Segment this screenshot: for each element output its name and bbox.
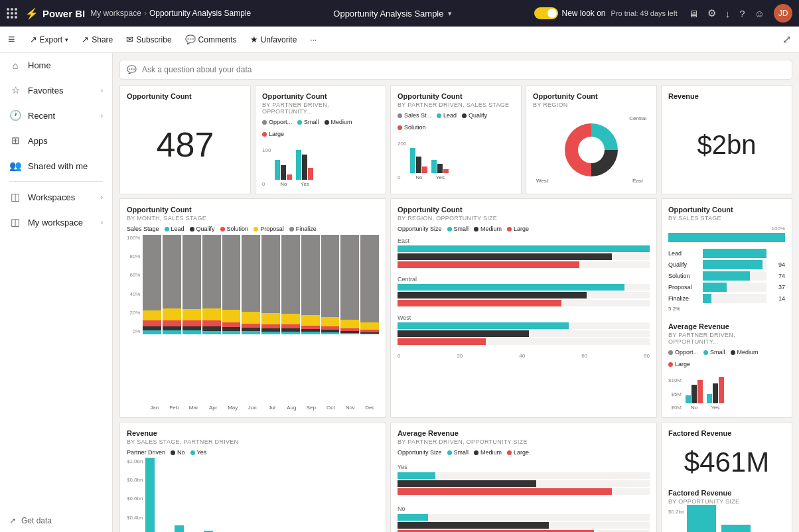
topbar-icons: 🖥 ⚙ ↓ ? ☺ JD (688, 4, 792, 23)
expand-icon[interactable]: ⤢ (782, 33, 791, 46)
chevron-down-icon[interactable]: ▾ (448, 9, 452, 18)
factored-medium: Medium (721, 525, 751, 532)
home-icon: ⌂ (9, 60, 21, 71)
avg-rev-yes-small (398, 472, 435, 479)
bar-dec (360, 235, 379, 334)
card-revenue[interactable]: Revenue $2bn (661, 85, 792, 194)
hbar-west-small-bg (398, 322, 650, 329)
stage-lead: Lead (668, 249, 785, 258)
card-avg-rev-size-title: Average Revenue (398, 429, 650, 437)
get-data-icon: ↗ (9, 516, 16, 525)
new-look-toggle[interactable]: New look on (534, 7, 606, 19)
more-button[interactable]: ··· (303, 27, 323, 53)
card-opp-count-title: Opportunity Count (127, 92, 244, 100)
export-button[interactable]: ↗ Export ▾ (23, 27, 76, 53)
factored-rev-value: $461M (668, 438, 785, 486)
hbar-group-west: West (398, 314, 650, 345)
sidebar-item-shared[interactable]: 👥 Shared with me (0, 153, 112, 178)
card-rev-sales-stage[interactable]: Revenue BY SALES STAGE, PARTNER DRIVEN P… (119, 422, 386, 532)
opp-month-legend: Sales Stage Lead Qualify Solution Propos… (127, 226, 379, 232)
shared-icon: 👥 (9, 160, 21, 172)
favorites-arrow: › (101, 87, 103, 94)
share-button[interactable]: ↗ Share (75, 27, 119, 53)
hbar-group-central: Central (398, 276, 650, 306)
card-opp-stage[interactable]: Opportunity Count BY PARTNER DRIVEN, SAL… (390, 85, 522, 194)
workspace-link[interactable]: My workspace (90, 9, 141, 18)
unfavorite-button[interactable]: ★ Unfavorite (244, 27, 304, 53)
month-jul: Jul (263, 405, 281, 411)
monitor-icon[interactable]: 🖥 (688, 8, 698, 19)
stage-solution-label: Solution (668, 273, 700, 279)
card-opp-partner[interactable]: Opportunity Count BY PARTNER DRIVEN, OPP… (255, 85, 386, 194)
stage-qualify-val: 94 (769, 261, 785, 268)
chart-area-partner: 1000 No (262, 140, 379, 187)
factored-medium-bar (721, 525, 751, 532)
center-title: Opportunity Analysis Sample (333, 9, 443, 19)
card-opp-partner-title: Opportunity Count (262, 92, 379, 100)
export-icon: ↗ (30, 34, 37, 44)
month-aug: Aug (283, 405, 301, 411)
bar-may (222, 235, 241, 334)
main-layout: ⌂ Home ☆ Favorites › 🕐 Recent › ⊞ Apps 👥… (0, 53, 799, 532)
sidebar-item-recent[interactable]: 🕐 Recent › (0, 103, 112, 128)
help-icon[interactable]: ? (739, 8, 745, 19)
bar-feb (163, 235, 181, 334)
sidebar-item-myworkspace[interactable]: ◫ My workspace › (0, 210, 112, 235)
legend-large: Large (262, 131, 284, 137)
hbar-central-large (398, 300, 561, 306)
comments-button[interactable]: 💬 Comments (179, 27, 244, 53)
toggle-dot (547, 9, 557, 18)
card-opp-month[interactable]: Opportunity Count BY MONTH, SALES STAGE … (119, 198, 386, 418)
stage-qualify: Qualify 94 (668, 260, 785, 269)
avg-revenue-title: Average Revenue (668, 322, 785, 330)
hbar-central-large-bg (398, 300, 650, 306)
get-data-button[interactable]: ↗ Get data (0, 509, 112, 532)
sidebar-item-apps[interactable]: ⊞ Apps (0, 128, 112, 153)
download-icon[interactable]: ↓ (725, 8, 731, 19)
rev-stage-legend: Partner Driven No Yes (127, 449, 379, 456)
card-opp-stage-legend: Sales St... Lead Qualify Solution (398, 112, 514, 131)
avg-rev-no-medium (398, 522, 549, 529)
settings-icon[interactable]: ⚙ (707, 7, 716, 19)
qa-bar[interactable]: 💬 (119, 60, 792, 80)
avg-rev-yes-group: Yes (398, 464, 650, 495)
sidebar-item-home[interactable]: ⌂ Home (0, 53, 112, 78)
card-opp-count-value: 487 (127, 101, 244, 187)
stage-rows: Lead Qualify 94 Solution (668, 249, 785, 303)
topbar: ⚡ Power BI My workspace › Opportunity An… (0, 0, 799, 27)
card-factored-rev[interactable]: Factored Revenue $461M Factored Revenue … (661, 422, 792, 532)
card-rev-sales-stage-subtitle: BY SALES STAGE, PARTNER DRIVEN (127, 438, 379, 445)
workspaces-icon: ◫ (9, 191, 21, 203)
app-logo[interactable]: ⚡ Power BI (25, 7, 85, 20)
card-avg-rev-size[interactable]: Average Revenue BY PARTNER DRIVEN, OPPOR… (390, 422, 657, 532)
toggle-pill[interactable] (534, 7, 558, 19)
hbar-chart-region: East (398, 237, 650, 411)
avg-rev-yes-small-bg (398, 472, 650, 479)
user-avatar[interactable]: JD (774, 4, 792, 23)
card-opp-region[interactable]: Opportunity Count BY REGION Central West (526, 85, 657, 194)
stage-solution-bar-bg (703, 271, 766, 281)
rev-bar-qualify: Qualify (175, 458, 194, 532)
bar-groups: No Yes (275, 140, 379, 187)
subscribe-button[interactable]: ✉ Subscribe (119, 27, 178, 53)
sidebar-item-workspaces[interactable]: ◫ Workspaces › (0, 184, 112, 210)
avg-rev-no: No (686, 370, 703, 411)
stage-finalize-label: Finalize (668, 295, 700, 302)
avg-revenue-chart: $10M$5M$0M No (668, 370, 785, 411)
stage-proposal-val: 37 (769, 284, 785, 291)
bar-sep (301, 235, 320, 334)
hamburger-icon[interactable]: ≡ (8, 33, 15, 46)
qa-input[interactable] (142, 65, 785, 74)
card-opp-count[interactable]: Opportunity Count 487 (119, 85, 251, 194)
emoji-icon[interactable]: ☺ (755, 8, 764, 19)
comments-icon: 💬 (185, 34, 196, 44)
stage-proposal-bar-bg (703, 283, 766, 292)
card-opp-region-size[interactable]: Opportunity Count BY REGION, OPPORTUNITY… (390, 198, 657, 418)
bar-oct (321, 235, 340, 334)
sidebar-separator (9, 181, 103, 182)
sidebar-item-favorites[interactable]: ☆ Favorites › (0, 78, 112, 103)
card-opp-region-title: Opportunity Count (533, 92, 650, 100)
legend-opport: Opport... (262, 119, 292, 125)
card-opp-sales-stage[interactable]: Opportunity Count BY SALES STAGE 100% Le… (661, 198, 792, 418)
grid-icon[interactable] (7, 8, 17, 19)
